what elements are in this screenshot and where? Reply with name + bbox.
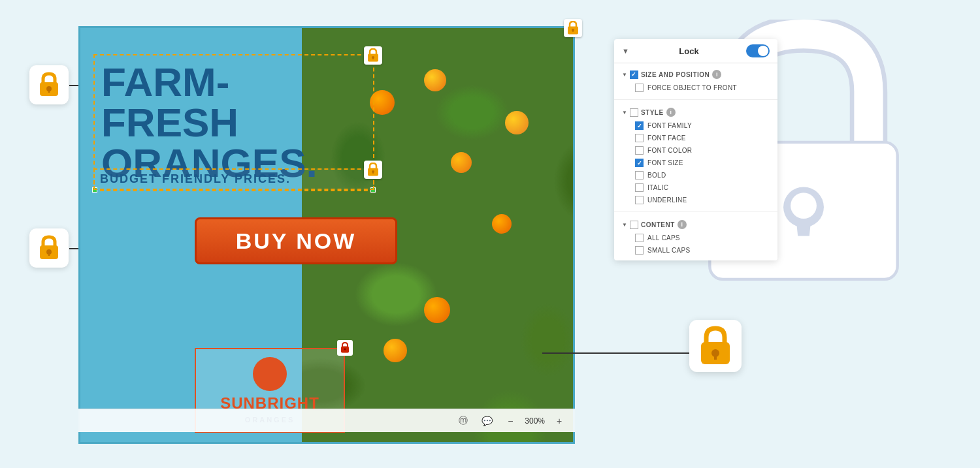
all-caps-row: ALL CAPS	[635, 232, 770, 244]
content-label: CONTENT	[641, 221, 675, 228]
italic-row: ITALIC	[635, 181, 770, 194]
bold-label: BOLD	[647, 172, 666, 179]
size-position-label: SIZE AND POSITION	[641, 71, 710, 78]
section-triangle-2: ▼	[622, 110, 627, 116]
buy-now-button[interactable]: BUY NOW	[195, 217, 397, 264]
bottom-connection-line	[542, 352, 693, 354]
panel-header: ▼ Lock	[614, 39, 777, 63]
font-size-label: FONT SIZE	[647, 159, 683, 166]
logo-lock-badge	[337, 340, 353, 356]
underline-label: UNDERLINE	[647, 196, 687, 204]
style-checkbox[interactable]	[630, 108, 638, 117]
font-face-checkbox[interactable]	[635, 134, 644, 142]
section-triangle-3: ▼	[622, 222, 627, 228]
font-color-label: FONT COLOR	[647, 147, 692, 154]
content-section: ▼ CONTENT i ALL CAPS SMALL CAPS	[614, 213, 777, 260]
buy-now-label: BUY NOW	[236, 228, 357, 254]
content-subitems: ALL CAPS SMALL CAPS	[622, 232, 770, 257]
section-triangle-1: ▼	[622, 72, 627, 78]
bottom-lock-badge	[689, 320, 742, 372]
force-front-row: FORCE OBJECT TO FRONT	[635, 82, 770, 94]
orange-4	[505, 111, 529, 134]
font-family-label: FONT FAMILY	[647, 122, 692, 129]
italic-label: ITALIC	[647, 184, 668, 191]
small-caps-label: SMALL CAPS	[647, 247, 690, 254]
small-caps-row: SMALL CAPS	[635, 244, 770, 257]
font-face-label: FONT FACE	[647, 134, 686, 142]
svg-point-2	[791, 193, 817, 219]
toggle-knob	[758, 46, 768, 56]
size-position-checkbox[interactable]	[630, 70, 638, 79]
font-face-row: FONT FACE	[635, 132, 770, 144]
force-front-checkbox[interactable]	[635, 84, 644, 92]
logo-circle	[253, 357, 287, 391]
canvas-corner-lock	[564, 19, 582, 37]
panel-triangle: ▼	[622, 47, 629, 55]
size-position-header[interactable]: ▼ SIZE AND POSITION i	[622, 67, 770, 82]
subtitle-text: BUDGET FRIENDLY PRICES.	[100, 172, 368, 186]
lock-panel: ▼ Lock ▼ SIZE AND POSITION i FORCE OBJEC…	[614, 39, 777, 260]
style-subitems: FONT FAMILY FONT FACE FONT COLOR FONT SI…	[622, 119, 770, 206]
italic-checkbox[interactable]	[635, 183, 644, 192]
size-position-info: i	[712, 70, 721, 79]
headline-text: FARM-FRESH ORANGES.	[101, 62, 367, 183]
all-caps-label: ALL CAPS	[647, 234, 680, 242]
font-family-checkbox[interactable]	[635, 121, 644, 130]
bold-checkbox[interactable]	[635, 171, 644, 179]
panel-title: Lock	[679, 46, 698, 56]
info-button[interactable]: ⓜ	[454, 412, 472, 430]
divider-2	[614, 211, 777, 212]
subtitle-lock-badge	[364, 161, 382, 179]
font-size-checkbox[interactable]	[635, 159, 644, 167]
bold-row: BOLD	[635, 169, 770, 181]
underline-checkbox[interactable]	[635, 196, 644, 204]
side-lock-top	[29, 65, 69, 104]
zoom-in-button[interactable]: +	[550, 412, 568, 430]
svg-point-1	[783, 187, 824, 227]
all-caps-checkbox[interactable]	[635, 234, 644, 242]
font-size-row: FONT SIZE	[635, 157, 770, 169]
zoom-out-button[interactable]: −	[501, 412, 519, 430]
content-checkbox[interactable]	[630, 221, 638, 229]
force-front-label: FORCE OBJECT TO FRONT	[647, 84, 737, 91]
size-position-section: ▼ SIZE AND POSITION i FORCE OBJECT TO FR…	[614, 63, 777, 98]
canvas-area: FARM-FRESH ORANGES. BUDGET FRIENDLY PRIC…	[78, 26, 575, 444]
comment-button[interactable]: 💬	[478, 412, 496, 430]
headline-lock-badge	[364, 46, 382, 65]
orange-5	[424, 297, 450, 323]
divider-1	[614, 99, 777, 100]
style-info: i	[666, 108, 676, 117]
font-family-row: FONT FAMILY	[635, 119, 770, 132]
small-caps-checkbox[interactable]	[635, 246, 644, 255]
subtitle-block: BUDGET FRIENDLY PRICES.	[93, 168, 374, 190]
style-label: STYLE	[641, 109, 664, 116]
lock-toggle[interactable]	[746, 44, 770, 57]
style-header[interactable]: ▼ STYLE i	[622, 105, 770, 119]
underline-row: UNDERLINE	[635, 194, 770, 206]
font-color-checkbox[interactable]	[635, 146, 644, 155]
style-section: ▼ STYLE i FONT FAMILY FONT FACE FONT COL…	[614, 101, 777, 210]
orange-7	[492, 214, 512, 234]
content-header[interactable]: ▼ CONTENT i	[622, 217, 770, 232]
canvas-toolbar: ⓜ 💬 − 300% +	[78, 409, 575, 432]
font-color-row: FONT COLOR	[635, 144, 770, 157]
content-info: i	[678, 220, 687, 229]
orange-8	[384, 339, 407, 362]
svg-point-16	[344, 349, 346, 351]
side-lock-bottom	[29, 228, 69, 268]
size-position-subitems: FORCE OBJECT TO FRONT	[622, 82, 770, 94]
zoom-level: 300%	[525, 416, 545, 426]
